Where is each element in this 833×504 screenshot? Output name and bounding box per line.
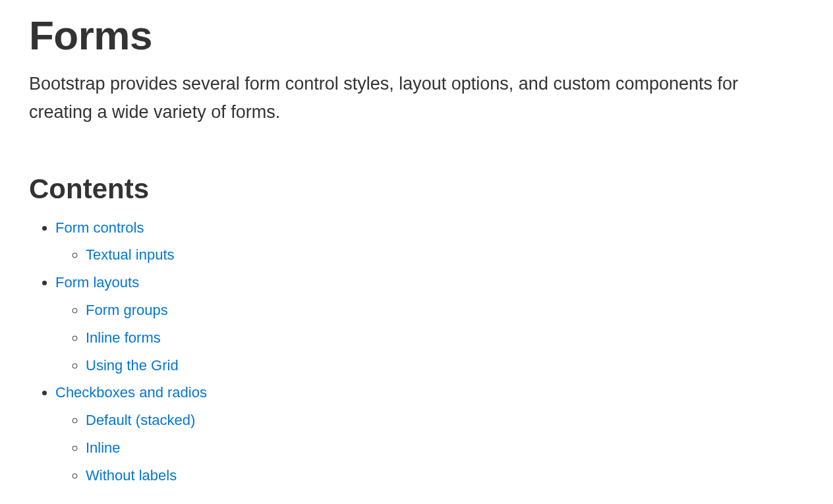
toc-link-default-stacked[interactable]: Default (stacked): [86, 412, 195, 428]
toc-item: Form layouts Form groups Inline forms Us…: [55, 269, 804, 379]
contents-heading: Contents: [29, 173, 804, 205]
toc-link-form-groups[interactable]: Form groups: [86, 302, 168, 318]
toc-item: Default (stacked): [86, 406, 804, 434]
toc-item: Inline forms: [86, 324, 804, 352]
toc-item: Without labels: [86, 462, 804, 490]
toc-link-textual-inputs[interactable]: Textual inputs: [86, 246, 175, 263]
table-of-contents: Form controls Textual inputs Form layout…: [29, 214, 804, 490]
toc-link-form-controls[interactable]: Form controls: [55, 219, 144, 236]
toc-item: Form controls Textual inputs: [55, 214, 804, 269]
page-title: Forms: [29, 13, 804, 58]
toc-item: Checkboxes and radios Default (stacked) …: [55, 379, 804, 489]
toc-link-form-layouts[interactable]: Form layouts: [55, 274, 139, 291]
toc-item: Textual inputs: [86, 241, 804, 269]
toc-link-inline[interactable]: Inline: [86, 439, 121, 456]
toc-link-without-labels[interactable]: Without labels: [86, 467, 177, 484]
toc-sublist: Default (stacked) Inline Without labels: [55, 406, 804, 489]
toc-link-inline-forms[interactable]: Inline forms: [86, 329, 161, 346]
toc-sublist: Form groups Inline forms Using the Grid: [55, 296, 804, 379]
toc-link-checkboxes-and-radios[interactable]: Checkboxes and radios: [55, 384, 207, 401]
page-lead: Bootstrap provides several form control …: [29, 70, 787, 126]
toc-item: Inline: [86, 434, 804, 462]
toc-link-using-the-grid[interactable]: Using the Grid: [86, 357, 179, 374]
toc-sublist: Textual inputs: [55, 241, 804, 269]
toc-item: Form groups: [86, 296, 804, 324]
toc-item: Using the Grid: [86, 352, 804, 379]
